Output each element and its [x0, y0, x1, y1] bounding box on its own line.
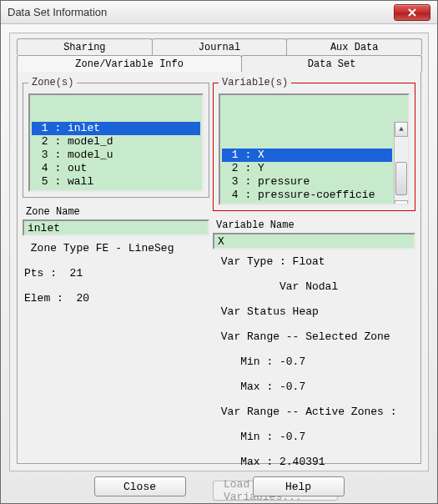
variable-list-item[interactable]: 1 : X — [222, 149, 392, 162]
zone-pts-text: Pts : 21 — [24, 266, 208, 281]
close-icon[interactable] — [394, 4, 430, 21]
zone-list-item[interactable]: 1 : inlet — [32, 122, 200, 135]
variable-list-item[interactable]: 5 : dynamic-pressure — [222, 202, 392, 205]
var-sel-max-text: Max : -0.7 — [214, 380, 414, 395]
zone-list-item[interactable]: 2 : model_d — [32, 135, 200, 149]
var-status-text: Var Status Heap — [214, 305, 414, 320]
variable-list-item[interactable]: 3 : pressure — [222, 175, 392, 189]
zone-elem-text: Elem : 20 — [24, 291, 208, 306]
scroll-down-icon[interactable]: ▼ — [395, 200, 408, 205]
variable-list-item[interactable]: 2 : Y — [222, 162, 392, 175]
tab-row-sub: Zone/Variable Info Data Set — [17, 55, 421, 72]
variable-name-label: Variable Name — [216, 219, 415, 231]
variable-list-item[interactable]: 4 : pressure-coefficie — [222, 189, 392, 202]
zone-name-label: Zone Name — [26, 206, 209, 218]
variable-column: Variable(s) 1 : X 2 : Y 3 : pressure 4 :… — [213, 77, 415, 458]
tab-data-set[interactable]: Data Set — [241, 55, 422, 72]
zones-group: Zone(s) 1 : inlet 2 : model_d 3 : model_… — [23, 77, 209, 198]
tab-journal[interactable]: Journal — [152, 38, 288, 55]
tab-sharing[interactable]: Sharing — [17, 38, 153, 55]
titlebar: Data Set Information — [1, 1, 437, 24]
scroll-track[interactable] — [395, 137, 408, 200]
var-sel-min-text: Min : -0.7 — [214, 355, 414, 370]
zone-list-item[interactable]: 4 : out — [32, 162, 200, 175]
variable-name-input[interactable] — [213, 233, 415, 249]
var-type-text: Var Type : Float — [214, 255, 414, 270]
var-nodal-text: Var Nodal — [214, 280, 414, 295]
var-act-max-text: Max : 2.40391 — [214, 455, 414, 470]
variables-listbox[interactable]: 1 : X 2 : Y 3 : pressure 4 : pressure-co… — [219, 93, 410, 205]
zone-type-text: Zone Type FE - LineSeg — [24, 241, 208, 256]
dialog-body: Sharing Journal Aux Data Zone/Variable I… — [9, 33, 429, 471]
scroll-thumb[interactable] — [395, 162, 407, 195]
zones-legend: Zone(s) — [28, 77, 77, 88]
zone-name-input[interactable] — [23, 219, 209, 236]
zone-list-item[interactable]: 3 : model_u — [32, 149, 200, 162]
dialog-footer: Close Help — [1, 475, 437, 498]
zone-list-item[interactable]: 5 : wall — [32, 175, 200, 189]
title-text: Data Set Information — [8, 6, 394, 18]
tab-zone-variable-info[interactable]: Zone/Variable Info — [17, 55, 242, 72]
variables-legend: Variable(s) — [219, 77, 291, 88]
close-button[interactable]: Close — [94, 476, 186, 496]
var-act-min-text: Min : -0.7 — [214, 430, 414, 445]
tab-aux-data[interactable]: Aux Data — [286, 38, 422, 55]
var-range-selected-label: Var Range -- Selected Zone — [214, 330, 414, 345]
scroll-up-icon[interactable]: ▲ — [395, 122, 408, 137]
var-range-active-label: Var Range -- Active Zones : — [214, 405, 414, 420]
variables-group: Variable(s) 1 : X 2 : Y 3 : pressure 4 :… — [213, 77, 415, 211]
tab-row-top: Sharing Journal Aux Data — [17, 38, 421, 55]
zone-column: Zone(s) 1 : inlet 2 : model_d 3 : model_… — [23, 77, 209, 458]
tab-content: Zone(s) 1 : inlet 2 : model_d 3 : model_… — [17, 72, 421, 464]
dialog-window: Data Set Information Sharing Journal Aux… — [0, 0, 438, 504]
zones-listbox[interactable]: 1 : inlet 2 : model_d 3 : model_u 4 : ou… — [28, 93, 204, 192]
vertical-scrollbar[interactable]: ▲ ▼ — [394, 122, 408, 205]
help-button[interactable]: Help — [253, 476, 345, 496]
